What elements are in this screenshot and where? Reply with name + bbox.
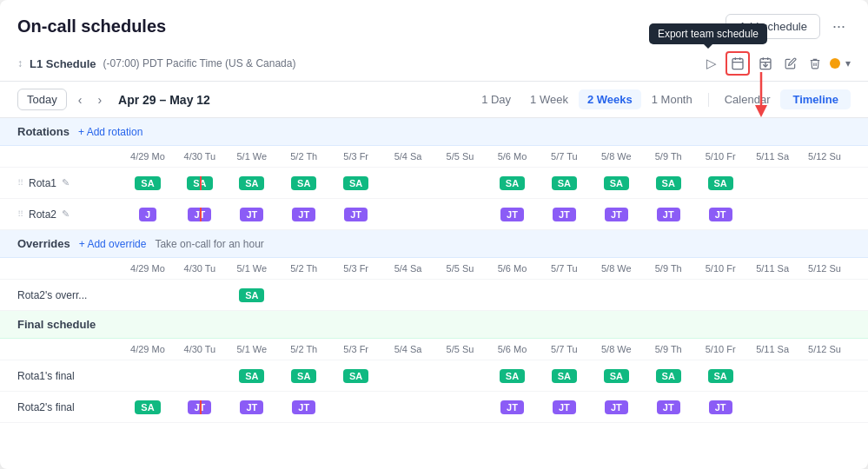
sort-arrows-icon: ↕ xyxy=(17,57,23,69)
rota2-edit-icon[interactable]: ✎ xyxy=(62,208,70,220)
play-button[interactable]: ▷ xyxy=(703,52,720,75)
today-button[interactable]: Today xyxy=(17,89,67,110)
overrides-section-header: Overrides + Add override Take on-call fo… xyxy=(0,230,868,258)
schedule-badge: J xyxy=(139,208,156,221)
schedule-badge: JT xyxy=(605,208,628,221)
schedule-badge: JT xyxy=(292,400,315,414)
grid-col-header: 5/6 Mo xyxy=(486,342,538,356)
final-grid-header: 4/29 Mo4/30 Tu5/1 We5/2 Th5/3 Fr5/4 Sa5/… xyxy=(0,339,868,360)
chevron-down-icon[interactable]: ▾ xyxy=(845,57,851,69)
grid-col-header: 5/4 Sa xyxy=(382,149,434,163)
schedule-badge: SA xyxy=(656,176,681,190)
schedule-badge: SA xyxy=(239,369,264,383)
grid-cell: SA xyxy=(122,400,174,414)
grid-col-header: 5/8 We xyxy=(590,342,642,356)
more-options-button[interactable]: ··· xyxy=(827,14,851,39)
grid-col-header: 5/11 Sa xyxy=(746,149,798,163)
grid-col-header: 5/1 We xyxy=(226,342,278,356)
add-override-link[interactable]: + Add override xyxy=(79,238,147,250)
schedule-badge: SA xyxy=(604,369,629,383)
export-calendar-button[interactable] xyxy=(726,51,750,76)
grid-cell: SA xyxy=(174,176,226,190)
grid-col-header: 5/2 Th xyxy=(278,149,330,163)
add-rotation-link[interactable]: + Add rotation xyxy=(78,126,142,138)
grid-cell: SA xyxy=(642,369,694,383)
export-icon-wrapper: Export team schedule xyxy=(726,51,750,76)
schedule-badge: JT xyxy=(188,208,211,221)
page-title: On-call schedules xyxy=(17,17,166,36)
prev-button[interactable]: ‹ xyxy=(74,91,87,109)
schedule-badge: SA xyxy=(708,369,733,383)
schedule-badge: SA xyxy=(552,176,577,190)
schedule-badge: JT xyxy=(240,208,263,221)
grid-cell: SA xyxy=(226,176,278,190)
schedule-badge: SA xyxy=(343,176,368,190)
grid-col-header: 5/8 We xyxy=(590,149,642,163)
grid-col-header: 5/2 Th xyxy=(278,342,330,356)
grid-col-header: 5/12 Su xyxy=(798,261,851,275)
grid-col-header: 5/1 We xyxy=(226,261,278,275)
schedule-badge: JT xyxy=(657,208,680,221)
grid-cell: SA xyxy=(694,176,746,190)
grid-cell: JT xyxy=(174,208,226,221)
schedule-row: ↕ L1 Schedule (-07:00) PDT Pacific Time … xyxy=(0,46,868,82)
grid-col-header: 5/9 Th xyxy=(642,342,694,356)
grid-col-header: 5/9 Th xyxy=(642,149,694,163)
override-row: Rota2's overr... SA xyxy=(0,280,868,311)
schedule-badge: SA xyxy=(291,369,316,383)
schedule-badge: JT xyxy=(553,208,576,221)
rota1-label: ⠿ Rota1 ✎ xyxy=(17,177,122,189)
grid-col-header: 4/30 Tu xyxy=(174,149,226,163)
drag-handle-icon-2[interactable]: ⠿ xyxy=(17,209,23,219)
grid-cell: JT xyxy=(174,400,226,414)
delete-button[interactable] xyxy=(805,54,825,73)
grid-col-header: 5/11 Sa xyxy=(746,261,798,275)
grid-cell: JT xyxy=(642,400,694,414)
view-1week-button[interactable]: 1 Week xyxy=(521,89,577,109)
timeline-view-button[interactable]: Timeline xyxy=(780,89,851,109)
grid-cell: JT xyxy=(278,400,330,414)
rotations-title: Rotations xyxy=(17,125,70,138)
schedule-badge: JT xyxy=(553,400,576,414)
rota1-edit-icon[interactable]: ✎ xyxy=(62,177,70,188)
grid-cell: JT xyxy=(226,208,278,221)
schedule-badge: SA xyxy=(187,176,212,190)
rotations-grid-header: 4/29 Mo4/30 Tu5/1 We5/2 Th5/3 Fr5/4 Sa5/… xyxy=(0,146,868,168)
grid-cell: SA xyxy=(122,176,174,190)
grid-col-header: 5/10 Fr xyxy=(694,342,746,356)
schedule-badge: JT xyxy=(709,208,732,221)
next-button[interactable]: › xyxy=(93,91,106,109)
grid-cell: SA xyxy=(538,176,590,190)
grid-cell: SA xyxy=(642,176,694,190)
grid-cell: SA xyxy=(486,369,538,383)
grid-col-header: 5/12 Su xyxy=(798,342,851,356)
grid-col-header: 5/4 Sa xyxy=(382,342,434,356)
grid-cell: JT xyxy=(590,400,642,414)
final-rota2-label: Rota2's final xyxy=(17,401,122,413)
grid-cell: SA xyxy=(590,369,642,383)
schedule-badge: JT xyxy=(657,400,680,414)
grid-col-header: 5/6 Mo xyxy=(486,261,538,275)
schedule-badge: JT xyxy=(240,400,263,414)
overrides-grid-header: 4/29 Mo4/30 Tu5/1 We5/2 Th5/3 Fr5/4 Sa5/… xyxy=(0,258,868,280)
rota2-name: Rota2 xyxy=(29,208,56,221)
schedule-badge: SA xyxy=(708,176,733,190)
schedule-badge: JT xyxy=(500,208,524,221)
schedule-badge: JT xyxy=(292,208,315,221)
take-oncall-link[interactable]: Take on-call for an hour xyxy=(155,238,263,250)
calendar-view-button[interactable]: Calendar xyxy=(716,89,779,109)
grid-col-header: 5/5 Su xyxy=(434,261,487,275)
add-schedule-button[interactable]: Add schedule xyxy=(726,14,820,39)
calendar-nav: Today ‹ › Apr 29 – May 12 1 Day 1 Week 2… xyxy=(0,82,868,118)
schedule-badge: SA xyxy=(552,369,577,383)
view-1day-button[interactable]: 1 Day xyxy=(473,89,520,109)
rota1-name: Rota1 xyxy=(29,177,56,189)
override-row-label: Rota2's overr... xyxy=(17,289,122,301)
import-calendar-button[interactable] xyxy=(755,53,776,74)
view-1month-button[interactable]: 1 Month xyxy=(643,89,701,109)
final-schedule-section-header: Final schedule xyxy=(0,311,868,339)
grid-cell: SA xyxy=(278,369,330,383)
drag-handle-icon[interactable]: ⠿ xyxy=(17,178,23,188)
edit-button[interactable] xyxy=(781,54,800,73)
view-2weeks-button[interactable]: 2 Weeks xyxy=(579,89,641,109)
